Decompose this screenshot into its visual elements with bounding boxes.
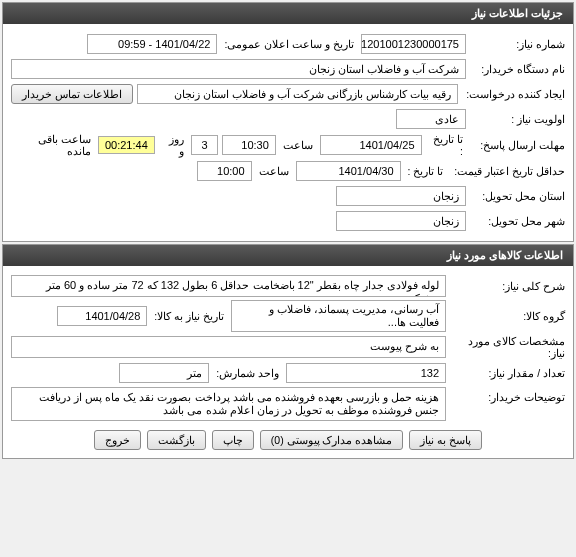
delivery-province-label: استان محل تحویل:	[470, 190, 565, 202]
print-button[interactable]: چاپ	[212, 430, 254, 450]
to-date-label-1: تا تاریخ :	[426, 133, 466, 157]
exit-button[interactable]: خروج	[94, 430, 141, 450]
description-label: شرح کلی نیاز:	[450, 280, 565, 292]
response-time-value: 10:30	[222, 135, 276, 155]
days-remaining-label: روز و	[159, 133, 187, 157]
specifications-value[interactable]	[11, 336, 446, 358]
need-date-value: 1401/04/28	[57, 306, 147, 326]
need-date-label: تاریخ نیاز به کالا:	[151, 310, 227, 322]
back-button[interactable]: بازگشت	[147, 430, 206, 450]
creator-value: رقیه بیات کارشناس بازرگانی شرکت آب و فاض…	[137, 84, 458, 104]
public-date-value: 1401/04/22 - 09:59	[87, 34, 217, 54]
price-time-value: 10:00	[197, 161, 252, 181]
buyer-notes-label: توضیحات خریدار:	[450, 387, 565, 403]
price-validity-label: حداقل تاریخ اعتبار قیمت:	[450, 165, 565, 177]
creator-label: ایجاد کننده درخواست:	[462, 88, 565, 100]
unit-label: واحد شمارش:	[213, 367, 282, 379]
goods-info-header: اطلاعات کالاهای مورد نیاز	[3, 245, 573, 266]
time-remaining-label: ساعت باقی مانده	[11, 133, 94, 157]
time-label-2: ساعت	[256, 165, 292, 177]
time-remaining-value: 00:21:44	[98, 136, 155, 154]
priority-value: عادی	[396, 109, 466, 129]
delivery-city-value: زنجان	[336, 211, 466, 231]
delivery-province-value: زنجان	[336, 186, 466, 206]
specifications-label: مشخصات کالای مورد نیاز:	[450, 335, 565, 359]
delivery-city-label: شهر محل تحویل:	[470, 215, 565, 227]
to-date-label-2: تا تاریخ :	[405, 165, 447, 177]
buyer-notes-value[interactable]	[11, 387, 446, 421]
price-date-value: 1401/04/30	[296, 161, 401, 181]
goods-group-value: آب رسانی، مدیریت پسماند، فاضلاب و فعالیت…	[231, 300, 446, 332]
priority-label: اولویت نیاز :	[470, 113, 565, 125]
reply-button[interactable]: پاسخ به نیاز	[409, 430, 482, 450]
public-date-label: تاریخ و ساعت اعلان عمومی:	[221, 38, 357, 50]
buyer-contact-button[interactable]: اطلاعات تماس خریدار	[11, 84, 133, 104]
goods-info-panel: اطلاعات کالاهای مورد نیاز شرح کلی نیاز: …	[2, 244, 574, 459]
goods-group-label: گروه کالا:	[450, 310, 565, 322]
quantity-label: تعداد / مقدار نیاز:	[450, 367, 565, 379]
view-attachments-button[interactable]: مشاهده مدارک پیوستی (0)	[260, 430, 404, 450]
buyer-value: شرکت آب و فاضلاب استان زنجان	[11, 59, 466, 79]
need-details-header: جزئیات اطلاعات نیاز	[3, 3, 573, 24]
need-details-panel: جزئیات اطلاعات نیاز شماره نیاز: 12010012…	[2, 2, 574, 242]
response-date-value: 1401/04/25	[320, 135, 422, 155]
need-number-value: 1201001230000175	[361, 34, 466, 54]
buyer-label: نام دستگاه خریدار:	[470, 63, 565, 75]
footer-buttons: پاسخ به نیاز مشاهده مدارک پیوستی (0) چاپ…	[11, 424, 565, 452]
need-number-label: شماره نیاز:	[470, 38, 565, 50]
unit-value: متر	[119, 363, 209, 383]
time-label-1: ساعت	[280, 139, 316, 151]
response-deadline-label: مهلت ارسال پاسخ:	[470, 139, 565, 151]
description-value[interactable]	[11, 275, 446, 297]
days-remaining-value: 3	[191, 135, 218, 155]
quantity-value: 132	[286, 363, 446, 383]
